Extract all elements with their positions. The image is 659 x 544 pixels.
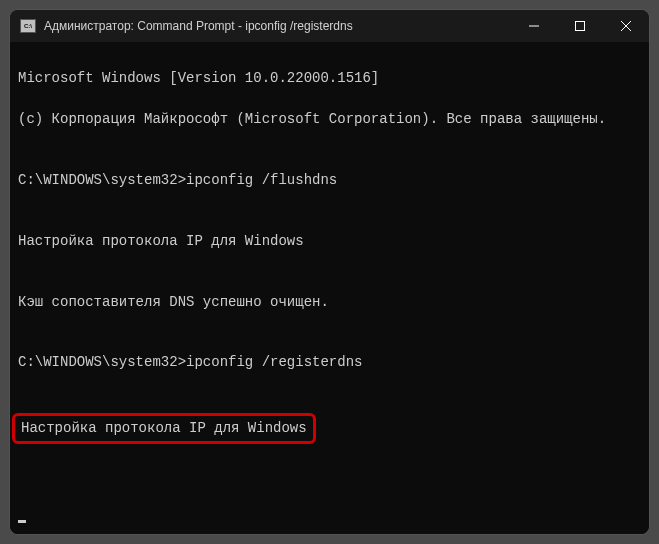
terminal-line: C:\WINDOWS\system32>ipconfig /flushdns: [18, 170, 641, 190]
maximize-icon: [575, 21, 585, 31]
maximize-button[interactable]: [557, 10, 603, 42]
terminal-line: Microsoft Windows [Version 10.0.22000.15…: [18, 68, 641, 88]
text-cursor: [18, 520, 26, 523]
svg-rect-1: [576, 22, 585, 31]
terminal-output[interactable]: Microsoft Windows [Version 10.0.22000.15…: [10, 42, 649, 534]
terminal-line: (c) Корпорация Майкрософт (Microsoft Cor…: [18, 109, 641, 129]
cursor-line: [18, 505, 641, 525]
close-icon: [621, 21, 631, 31]
close-button[interactable]: [603, 10, 649, 42]
minimize-icon: [529, 21, 539, 31]
terminal-line: C:\WINDOWS\system32>ipconfig /registerdn…: [18, 352, 641, 372]
terminal-line: Кэш сопоставителя DNS успешно очищен.: [18, 292, 641, 312]
cmd-icon: C:\: [20, 19, 36, 33]
highlight-annotation: Настройка протокола IP для Windows: [12, 413, 316, 443]
window-controls: [511, 10, 649, 42]
terminal-line: Настройка протокола IP для Windows: [18, 231, 641, 251]
titlebar[interactable]: C:\ Администратор: Command Prompt - ipco…: [10, 10, 649, 42]
window-title: Администратор: Command Prompt - ipconfig…: [44, 19, 511, 33]
command-prompt-window: C:\ Администратор: Command Prompt - ipco…: [10, 10, 649, 534]
terminal-line: [18, 464, 641, 484]
minimize-button[interactable]: [511, 10, 557, 42]
highlighted-line: Настройка протокола IP для Windows: [18, 413, 641, 443]
